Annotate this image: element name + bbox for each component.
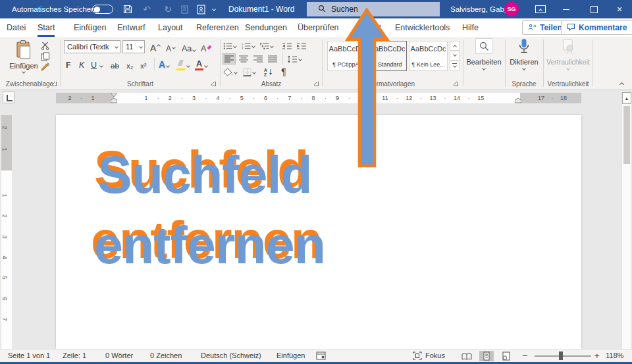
bullets-button[interactable] [223, 41, 236, 51]
paragraph-dialog-launcher-icon[interactable] [313, 81, 319, 87]
status-insert-mode[interactable]: Einfügen [276, 350, 305, 362]
subscript-button[interactable]: x₂ [126, 58, 133, 70]
save-icon[interactable] [121, 0, 134, 18]
horizontal-ruler[interactable]: 21·1·2·3·4·5·6·7·8·9·10·11·12·13·14·1517… [56, 93, 581, 103]
font-dialog-launcher-icon[interactable] [211, 81, 217, 87]
status-char-count[interactable]: 0 Zeichen [150, 350, 182, 362]
styles-gallery-more-button[interactable] [450, 61, 460, 70]
zoom-in-button[interactable]: + [594, 350, 600, 362]
status-language[interactable]: Deutsch (Schweiz) [201, 350, 261, 362]
highlight-button[interactable] [176, 58, 190, 70]
tab-entwurf[interactable]: Entwurf [117, 18, 145, 37]
borders-button[interactable] [243, 67, 259, 77]
tab-start[interactable]: Start [38, 18, 55, 37]
tab-hilfe[interactable]: Hilfe [462, 18, 479, 37]
underline-button[interactable]: U [91, 58, 97, 70]
zoom-slider-thumb[interactable] [559, 351, 563, 360]
close-button[interactable]: × [611, 0, 628, 18]
sensitivity-button[interactable]: Vertraulichkeit [545, 38, 591, 79]
font-name-select[interactable]: Calibri (Textk [64, 40, 120, 53]
clear-formatting-button[interactable]: A [201, 41, 211, 53]
status-word-count[interactable]: 0 Wörter [105, 350, 133, 362]
scrollbar-thumb[interactable] [623, 106, 630, 164]
comment-icon [567, 23, 575, 33]
comments-button[interactable]: Kommentare [561, 20, 632, 35]
zoom-level[interactable]: 118% [606, 350, 623, 362]
focus-button[interactable]: Fokus [413, 350, 445, 362]
document-page[interactable]: Suchfeld entfernen [56, 115, 581, 349]
tab-einfügen[interactable]: Einfügen [74, 18, 106, 37]
ribbon-display-options-icon[interactable] [535, 5, 546, 13]
italic-button[interactable]: K [79, 58, 84, 70]
web-layout-button[interactable] [499, 351, 514, 361]
avatar[interactable]: SG [504, 2, 519, 16]
document-text[interactable]: Suchfeld entfernen [56, 140, 325, 280]
ruler-number: 9 [336, 93, 339, 103]
pilcrow-button[interactable]: ¶ [279, 66, 288, 76]
maximize-button[interactable] [586, 0, 602, 18]
strikethrough-button[interactable]: ab [111, 58, 119, 70]
zoom-out-button[interactable]: − [522, 350, 527, 362]
font-color-button[interactable]: A [195, 58, 207, 70]
minimize-button[interactable] [558, 0, 574, 18]
scroll-up-button[interactable]: ▲ [622, 92, 631, 104]
vertical-scrollbar[interactable]: ▲ [621, 92, 631, 349]
tab-entwicklertools[interactable]: Entwicklertools [395, 18, 450, 37]
numbering-button[interactable]: 123 [242, 41, 255, 51]
change-case-button[interactable]: Aa [182, 41, 196, 53]
quick-command-icon[interactable] [179, 0, 190, 18]
tab-referenzen[interactable]: Referenzen [196, 18, 239, 37]
zoom-slider[interactable] [535, 355, 591, 357]
superscript-button[interactable]: x² [140, 58, 147, 70]
styles-dialog-launcher-icon[interactable] [453, 81, 459, 87]
increase-indent-button[interactable] [296, 41, 307, 51]
tab-überprüfen[interactable]: Überprüfen [298, 18, 339, 37]
font-size-select[interactable]: 11 [122, 40, 145, 53]
line-spacing-button[interactable] [287, 54, 303, 64]
shrink-font-button[interactable]: A [166, 41, 175, 53]
bold-button[interactable]: F [66, 58, 71, 70]
copy-button[interactable] [41, 51, 58, 61]
redo-icon[interactable]: ↻ [161, 0, 175, 18]
shading-button[interactable] [223, 67, 239, 77]
format-painter-button[interactable] [41, 62, 58, 72]
align-center-button[interactable] [238, 54, 250, 64]
underline-options-caret[interactable] [100, 58, 103, 70]
status-line-info[interactable]: Zeile: 1 [63, 350, 86, 362]
user-name[interactable]: Salvisberg, Gaby [450, 0, 508, 18]
decrease-indent-button[interactable] [282, 41, 293, 51]
format-painter-icon [41, 63, 50, 71]
style-card[interactable]: AaBbCcDc¶ Kein Lee... [409, 41, 448, 71]
cut-button[interactable] [41, 41, 58, 51]
first-line-indent-marker[interactable] [111, 93, 117, 97]
undo-icon[interactable]: ↶ [140, 0, 154, 18]
status-page-info[interactable]: Seite 1 von 1 [8, 350, 50, 362]
paste-button[interactable]: Einfügen [7, 39, 41, 79]
styles-scroll-up-button[interactable] [450, 41, 460, 51]
tab-sendungen[interactable]: Sendungen [245, 18, 287, 37]
styles-scroll-down-button[interactable] [450, 51, 460, 61]
clipboard-dialog-launcher-icon[interactable] [51, 81, 57, 87]
left-indent-marker[interactable] [111, 98, 117, 103]
grow-font-button[interactable]: A [150, 41, 160, 53]
editing-button[interactable]: Bearbeiten [464, 38, 504, 79]
qat-customize-caret[interactable] [209, 0, 219, 18]
autosave-toggle[interactable] [92, 5, 113, 14]
sort-button[interactable]: AZ [263, 67, 275, 77]
read-mode-button[interactable] [460, 351, 474, 361]
multilevel-list-button[interactable] [260, 41, 273, 51]
tab-datei[interactable]: Datei [7, 18, 26, 37]
right-indent-marker[interactable] [515, 98, 521, 103]
vertical-ruler[interactable]: 211234567 [1, 115, 12, 349]
print-layout-button[interactable] [479, 351, 494, 361]
justify-button[interactable] [267, 54, 278, 64]
chevron-down-icon [566, 66, 570, 70]
tab-stop-selector[interactable] [3, 91, 14, 103]
contact-icon[interactable] [195, 0, 207, 18]
align-right-button[interactable] [252, 54, 264, 64]
tab-layout[interactable]: Layout [158, 18, 183, 37]
dictate-button[interactable]: Diktieren [504, 38, 544, 79]
align-left-button[interactable] [223, 54, 235, 64]
collapse-ribbon-button[interactable] [616, 79, 627, 88]
text-effects-button[interactable]: A [159, 58, 169, 70]
